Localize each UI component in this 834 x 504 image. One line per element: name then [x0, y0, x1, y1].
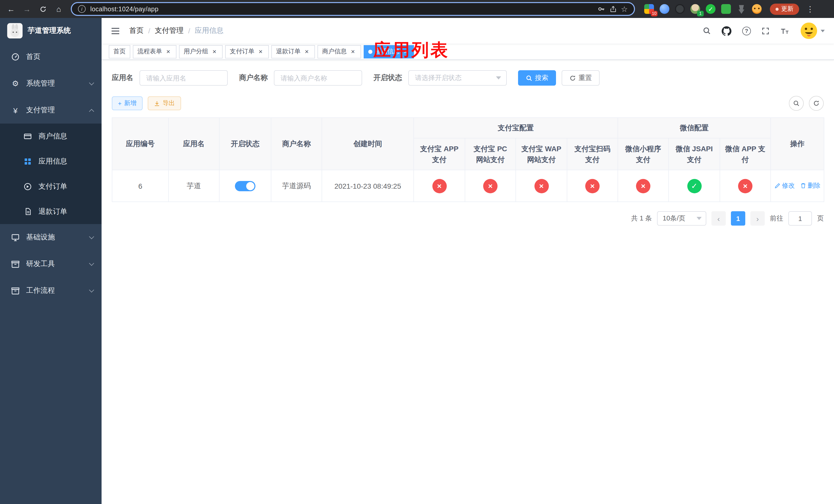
chevron-down-icon	[89, 261, 94, 266]
merchant-name-input[interactable]	[274, 70, 362, 86]
search-icon[interactable]	[703, 27, 711, 35]
sidebar-item-payment-order[interactable]: 支付订单	[0, 174, 102, 199]
col-header-alipay-wap: 支付宝 WAP 网站支付	[516, 138, 567, 170]
browser-home-icon[interactable]: ⌂	[52, 2, 66, 16]
content: 应用名 商户名称 开启状态 请选择开启状态	[102, 60, 834, 226]
cell-merchant: 芋道源码	[271, 170, 322, 202]
page-1-button[interactable]: 1	[731, 211, 745, 226]
extension-grid-icon[interactable]: 10	[644, 4, 654, 14]
browser-back-icon[interactable]: ←	[4, 2, 18, 16]
avatar-emoji-icon	[800, 22, 818, 40]
tab-close-icon[interactable]: ×	[303, 48, 310, 55]
font-size-icon[interactable]	[780, 27, 789, 35]
extension-blue-icon[interactable]	[660, 4, 670, 14]
app-name-input[interactable]	[139, 70, 228, 86]
breadcrumb: 首页 / 支付管理 / 应用信息	[129, 26, 224, 36]
extension-dark-icon[interactable]	[675, 4, 685, 14]
sidebar-item-label: 研发工具	[26, 259, 55, 269]
user-avatar[interactable]	[800, 22, 825, 40]
page-size-select[interactable]: 10条/页	[657, 211, 706, 226]
status-select[interactable]: 请选择开启状态	[408, 70, 507, 86]
goto-label: 前往	[770, 214, 783, 223]
extension-face-icon[interactable]	[752, 4, 762, 14]
tab-refund-order[interactable]: 退款订单 ×	[271, 45, 315, 58]
hamburger-icon[interactable]	[111, 27, 120, 35]
tab-close-icon[interactable]: ×	[349, 48, 356, 55]
chevron-down-icon	[89, 288, 94, 293]
update-dot-icon	[775, 7, 778, 10]
filter-status: 开启状态 请选择开启状态	[373, 70, 507, 86]
page-size-value: 10条/页	[663, 214, 685, 223]
cell-app-id: 6	[112, 170, 169, 202]
breadcrumb-payment[interactable]: 支付管理	[155, 26, 184, 36]
export-button[interactable]: 导出	[148, 96, 181, 110]
close-circle-icon: ×	[534, 179, 549, 193]
col-header-app-id: 应用编号	[112, 118, 169, 170]
col-header-alipay-pc: 支付宝 PC 网站支付	[465, 138, 516, 170]
goto-page-input[interactable]	[788, 211, 812, 226]
key-icon[interactable]	[597, 5, 605, 13]
chrome-update-button[interactable]: 更新	[770, 3, 799, 15]
status-toggle[interactable]	[235, 181, 256, 191]
sidebar-item-infrastructure[interactable]: 基础设施	[0, 224, 102, 251]
breadcrumb-separator: /	[148, 27, 150, 35]
cell-wechat-jsapi: ✓	[668, 170, 720, 202]
breadcrumb-home[interactable]: 首页	[129, 26, 144, 36]
delete-link[interactable]: 删除	[800, 182, 820, 190]
reset-button[interactable]: 重置	[562, 70, 599, 86]
browser-menu-icon[interactable]: ⋮	[803, 4, 817, 14]
sidebar-item-home[interactable]: 首页	[0, 44, 102, 70]
tab-close-icon[interactable]: ×	[211, 48, 218, 55]
logo-rabbit-icon	[7, 23, 23, 39]
edit-link[interactable]: 修改	[774, 182, 795, 190]
browser-reload-icon[interactable]	[36, 2, 50, 16]
tab-label: 流程表单	[137, 47, 162, 56]
sidebar-item-app-info[interactable]: 应用信息	[0, 149, 102, 174]
fullscreen-icon[interactable]	[762, 27, 769, 35]
refresh-icon	[569, 75, 576, 81]
tab-merchant-info[interactable]: 商户信息 ×	[317, 45, 361, 58]
site-info-icon[interactable]: i	[78, 5, 86, 13]
tab-label: 用户分组	[184, 47, 208, 56]
bookmark-star-icon[interactable]: ☆	[621, 4, 628, 14]
cell-actions: 修改 删除	[771, 170, 824, 202]
delete-link-label: 删除	[808, 182, 820, 190]
prev-page-button[interactable]: ‹	[711, 211, 726, 226]
address-bar[interactable]: i localhost:1024/pay/app ☆	[71, 2, 635, 16]
chevron-up-icon	[89, 109, 94, 114]
add-button[interactable]: + 新增	[112, 96, 142, 110]
app-logo: 芋道管理系统	[0, 18, 102, 44]
tab-close-icon[interactable]: ×	[164, 48, 172, 55]
col-header-wechat-mini: 微信小程序支付	[618, 138, 668, 170]
tab-process-form[interactable]: 流程表单 ×	[133, 45, 176, 58]
browser-forward-icon[interactable]: →	[20, 2, 34, 16]
extension-badge: 10	[651, 11, 658, 17]
search-button[interactable]: 搜索	[518, 70, 556, 86]
toggle-search-button[interactable]	[789, 96, 804, 111]
sidebar-item-payment[interactable]: ¥ 支付管理	[0, 97, 102, 123]
tab-payment-order[interactable]: 支付订单 ×	[225, 45, 269, 58]
sidebar-item-workflow[interactable]: 工作流程	[0, 277, 102, 304]
sidebar-item-devtools[interactable]: 研发工具	[0, 251, 102, 277]
reset-button-label: 重置	[578, 73, 592, 83]
archive-box-icon	[10, 287, 21, 295]
extension-pin-icon[interactable]	[737, 4, 746, 14]
extension-green-icon[interactable]	[721, 4, 731, 14]
help-icon[interactable]: ?	[742, 26, 751, 35]
sidebar-item-merchant-info[interactable]: 商户信息	[0, 123, 102, 149]
tab-user-group[interactable]: 用户分组 ×	[179, 45, 223, 58]
sidebar-item-refund-order[interactable]: 退款订单	[0, 199, 102, 224]
tab-home[interactable]: 首页	[109, 45, 130, 58]
tab-close-icon[interactable]: ×	[257, 48, 264, 55]
sidebar-item-label: 支付管理	[26, 106, 55, 115]
right-toolbar	[789, 96, 824, 111]
extension-check-icon[interactable]: ✓	[706, 4, 716, 14]
card-icon	[23, 132, 33, 140]
cell-wechat-app: ×	[720, 170, 771, 202]
extension-profile-icon[interactable]: 1	[690, 4, 700, 14]
github-icon[interactable]	[722, 26, 731, 36]
next-page-button[interactable]: ›	[750, 211, 765, 226]
sidebar-item-system[interactable]: ⚙ 系统管理	[0, 70, 102, 97]
share-icon[interactable]	[610, 5, 616, 13]
refresh-table-button[interactable]	[809, 96, 824, 111]
